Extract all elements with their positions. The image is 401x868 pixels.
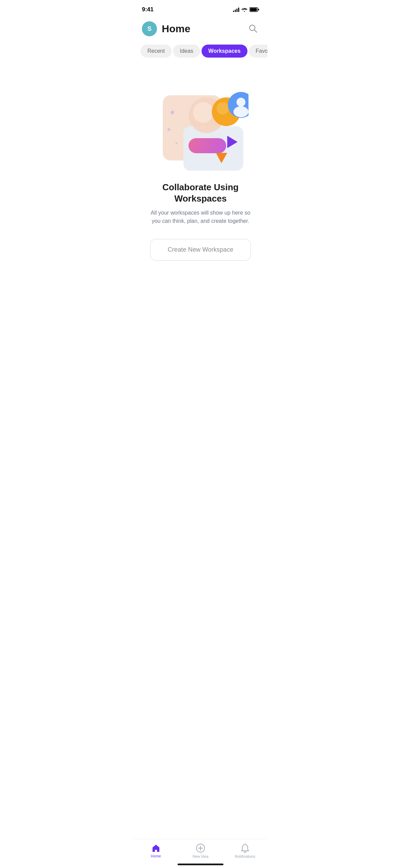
- svg-rect-2: [258, 9, 259, 11]
- svg-line-4: [254, 30, 257, 32]
- status-time: 9:41: [142, 6, 154, 13]
- search-icon: [248, 24, 258, 33]
- search-button[interactable]: [247, 22, 259, 36]
- main-content: Collaborate Using Workspaces All your wo…: [134, 64, 267, 261]
- avatar: S: [142, 21, 157, 36]
- svg-point-16: [233, 106, 248, 117]
- tab-workspaces[interactable]: Workspaces: [202, 45, 247, 58]
- header-left: S Home: [142, 21, 190, 36]
- collab-description: All your workspaces will show up here so…: [146, 209, 255, 225]
- svg-rect-17: [189, 138, 226, 153]
- battery-icon: [250, 7, 259, 12]
- tab-ideas[interactable]: Ideas: [173, 45, 200, 58]
- page-title: Home: [162, 23, 190, 35]
- svg-point-6: [171, 111, 174, 114]
- svg-point-13: [217, 102, 229, 114]
- tab-favourites[interactable]: Favourites: [249, 45, 267, 58]
- collab-heading: Collaborate Using Workspaces: [144, 182, 257, 204]
- svg-point-7: [168, 128, 170, 131]
- wifi-icon: [241, 7, 247, 12]
- tabs-container: Recent Ideas Workspaces Favourites: [134, 42, 267, 64]
- svg-point-15: [236, 98, 245, 107]
- tab-recent[interactable]: Recent: [141, 45, 172, 58]
- status-bar: 9:41: [134, 0, 267, 17]
- create-workspace-button[interactable]: Create New Workspace: [150, 239, 251, 261]
- header: S Home: [134, 17, 267, 42]
- svg-rect-1: [250, 8, 257, 11]
- svg-point-8: [175, 142, 178, 144]
- signal-icon: [233, 7, 239, 12]
- workspace-illustration: [153, 75, 248, 171]
- status-icons: [233, 7, 259, 12]
- svg-point-11: [193, 102, 214, 123]
